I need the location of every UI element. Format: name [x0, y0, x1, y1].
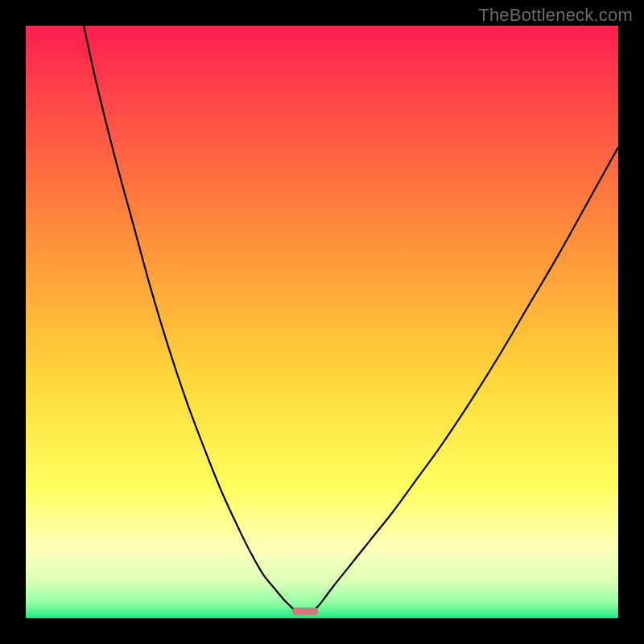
chart-svg [26, 26, 618, 618]
gradient-background [26, 26, 618, 618]
minimum-marker [292, 608, 318, 615]
watermark-text: TheBottleneck.com [478, 5, 633, 26]
bottleneck-chart [26, 26, 618, 618]
